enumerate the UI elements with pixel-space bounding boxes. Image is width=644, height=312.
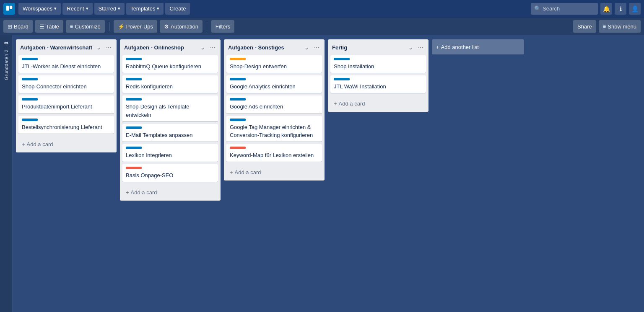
ellipsis-icon: ···	[210, 44, 216, 51]
plus-icon: +	[436, 44, 439, 50]
top-navigation: Workspaces ▾ Recent ▾ Starred ▾ Template…	[0, 0, 644, 18]
card[interactable]: Redis konfigurieren	[122, 75, 218, 93]
card[interactable]: Basis Onpage-SEO	[122, 164, 218, 182]
search-input[interactable]	[531, 3, 598, 15]
chevron-down-icon: ▾	[118, 6, 120, 11]
card[interactable]: JTL WaWi Installation	[330, 75, 426, 93]
card-text: Google Tag Manager einrichten & Conversi…	[230, 124, 313, 138]
board-view-button[interactable]: ⊞ Board	[3, 20, 33, 33]
header-separator	[109, 22, 109, 31]
chevron-down-icon: ▾	[157, 6, 159, 11]
search-wrapper: 🔍	[531, 3, 598, 15]
list-menu-button[interactable]: ···	[208, 43, 217, 52]
info-button[interactable]: ℹ	[615, 3, 626, 15]
automation-icon: ⚙	[164, 23, 169, 30]
card-text: E-Mail Templates anpassen	[126, 132, 192, 138]
table-view-button[interactable]: ☰ Table	[35, 20, 63, 33]
menu-icon: ≡	[603, 23, 606, 30]
ellipsis-icon: ···	[106, 44, 112, 51]
add-card-label: Add a card	[131, 189, 157, 196]
card[interactable]: Google Ads einrichten	[226, 95, 322, 113]
plus-icon: +	[230, 169, 233, 175]
filters-button[interactable]: Filters	[211, 20, 234, 33]
card-label	[230, 58, 246, 60]
list-list-sonstiges: Aufgaben - Sonstiges⌄···Shop-Design entw…	[224, 39, 325, 180]
add-card-button[interactable]: +Add a card	[226, 167, 322, 178]
card[interactable]: Shop-Design entwerfen	[226, 55, 322, 73]
list-title: Fertig	[332, 44, 405, 51]
list-cards: RabbitmQ Queue konfigurierenRedis konfig…	[120, 54, 221, 186]
card[interactable]: E-Mail Templates anpassen	[122, 124, 218, 142]
recent-button[interactable]: Recent ▾	[62, 3, 92, 15]
chevron-down-icon: ⌄	[304, 44, 309, 51]
card[interactable]: Google Analytics einrichten	[226, 75, 322, 93]
card[interactable]: Shop-Connector einrichten	[18, 75, 114, 93]
card[interactable]: Produktdatenimport Lieferant	[18, 95, 114, 113]
sidebar: ⇔ Grunddaten 2	[0, 35, 13, 312]
list-collapse-button[interactable]: ⌄	[95, 44, 103, 52]
list-menu-button[interactable]: ···	[104, 43, 113, 52]
list-cards: Shop InstallationJTL WaWi Installation	[328, 54, 428, 97]
plus-icon: +	[126, 189, 129, 196]
add-another-list-button[interactable]: +Add another list	[432, 39, 524, 54]
workspaces-button[interactable]: Workspaces ▾	[18, 3, 61, 15]
list-header: Aufgaben - Onlineshop⌄···	[120, 39, 221, 54]
card[interactable]: Shop Installation	[330, 55, 426, 73]
card-text: Redis konfigurieren	[126, 83, 173, 90]
customize-icon: ≡	[70, 23, 73, 30]
add-card-button[interactable]: +Add a card	[330, 98, 426, 109]
card-text: RabbitmQ Queue konfigurieren	[126, 63, 201, 70]
card-label	[334, 78, 350, 80]
card-label	[126, 147, 142, 149]
list-collapse-button[interactable]: ⌄	[199, 44, 207, 52]
notification-button[interactable]: 🔔	[600, 3, 612, 15]
list-title: Aufgaben - Onlineshop	[124, 44, 197, 51]
list-menu-button[interactable]: ···	[416, 43, 425, 52]
card-text: Basis Onpage-SEO	[126, 172, 173, 178]
customize-button[interactable]: ≡ Customize	[66, 20, 105, 33]
list-collapse-button[interactable]: ⌄	[303, 44, 311, 52]
card-text: Produktdatenimport Lieferant	[22, 103, 92, 110]
card[interactable]: JTL-Worker als Dienst einrichten	[18, 55, 114, 73]
card-label	[126, 58, 142, 60]
board-header: ⊞ Board ☰ Table ≡ Customize ⚡ Power-Ups …	[0, 18, 644, 35]
templates-button[interactable]: Templates ▾	[126, 3, 164, 15]
list-menu-button[interactable]: ···	[312, 43, 321, 52]
card-label	[22, 58, 38, 60]
list-list-warenwirtschaft: Aufgaben - Warenwirtschaft⌄···JTL-Worker…	[16, 39, 117, 152]
share-button[interactable]: Share	[573, 20, 596, 33]
card[interactable]: Keyword-Map für Lexikon erstellen	[226, 144, 322, 162]
chevron-down-icon: ⌄	[408, 44, 413, 51]
list-header: Aufgaben - Warenwirtschaft⌄···	[16, 39, 117, 54]
power-icon: ⚡	[118, 23, 125, 30]
card[interactable]: Lexikon integrieren	[122, 144, 218, 162]
list-collapse-button[interactable]: ⌄	[407, 44, 415, 52]
card-label	[126, 167, 142, 169]
card-text: Shop-Design als Template entwickeln	[126, 103, 190, 118]
card[interactable]: Bestellsynchronisierung Lieferant	[18, 116, 114, 134]
ellipsis-icon: ···	[314, 44, 319, 51]
add-card-button[interactable]: +Add a card	[18, 139, 114, 150]
card[interactable]: Shop-Design als Template entwickeln	[122, 95, 218, 121]
create-button[interactable]: Create	[165, 3, 190, 15]
card-text: Lexikon integrieren	[126, 152, 172, 158]
list-cards: Shop-Design entwerfenGoogle Analytics ei…	[224, 54, 325, 166]
board-icon: ⊞	[8, 23, 12, 30]
card[interactable]: Google Tag Manager einrichten & Conversi…	[226, 116, 322, 142]
logo-area	[3, 3, 15, 15]
card[interactable]: RabbitmQ Queue konfigurieren	[122, 55, 218, 73]
starred-button[interactable]: Starred ▾	[94, 3, 125, 15]
add-card-button[interactable]: +Add a card	[122, 187, 218, 198]
card-label	[22, 98, 38, 101]
svg-rect-1	[10, 5, 12, 8]
card-text: JTL WaWi Installation	[334, 83, 386, 90]
plus-icon: +	[22, 141, 25, 147]
list-list-onlineshop: Aufgaben - Onlineshop⌄···RabbitmQ Queue …	[120, 39, 221, 201]
card-label	[126, 78, 142, 80]
avatar-button[interactable]: 👤	[629, 3, 641, 15]
automation-button[interactable]: ⚙ Automation	[160, 20, 203, 33]
card-label	[334, 58, 350, 60]
sidebar-expand-button[interactable]: ⇔	[4, 39, 9, 46]
show-menu-button[interactable]: ≡ Show menu	[599, 20, 641, 33]
power-ups-button[interactable]: ⚡ Power-Ups	[114, 20, 157, 33]
